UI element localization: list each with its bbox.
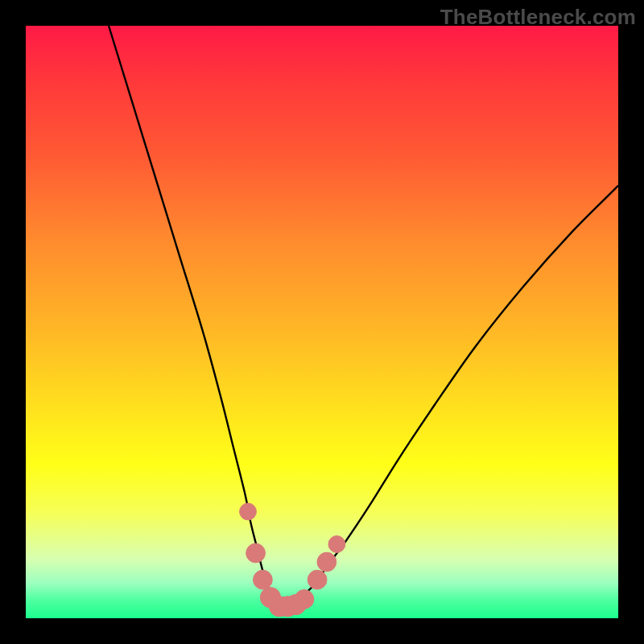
curve-marker [328,536,345,553]
chart-plot-area [26,26,618,618]
curve-marker [317,552,336,572]
bottleneck-curve [109,26,618,607]
curve-marker [295,590,314,609]
chart-svg [26,26,618,618]
curve-marker [240,503,257,520]
chart-frame: TheBottleneck.com [0,0,644,644]
curve-marker [246,543,266,563]
curve-marker [308,570,327,589]
curve-marker [254,570,273,589]
watermark-text: TheBottleneck.com [440,5,636,30]
curve-markers [240,503,345,617]
